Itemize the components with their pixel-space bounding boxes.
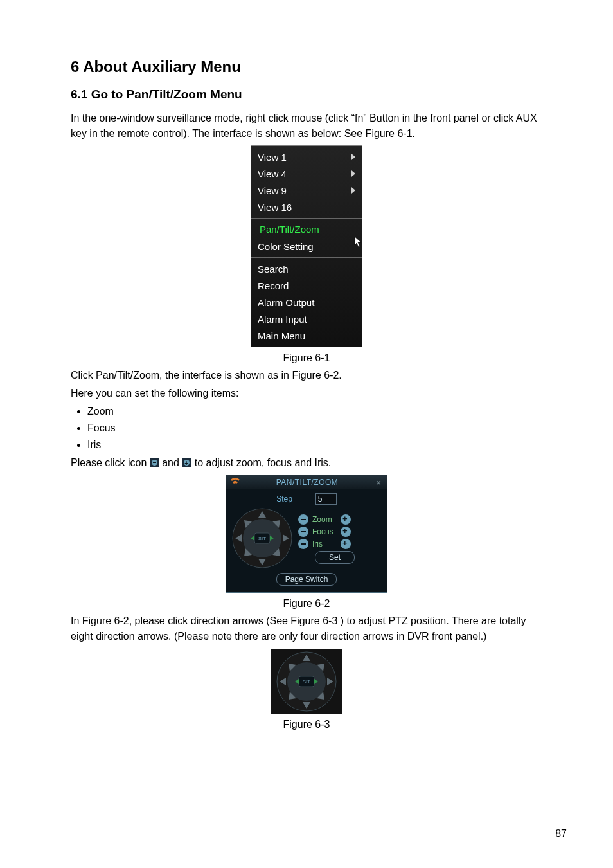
ctx-item-label: View 9: [258, 185, 287, 196]
ptz-step-row: Step 5: [231, 493, 382, 505]
iris-minus-button[interactable]: [298, 539, 308, 549]
ctx-item-view16[interactable]: View 16: [251, 199, 362, 215]
chevron-right-icon: [351, 170, 355, 177]
text-after-fig2: In Figure 6-2, please click direction ar…: [71, 613, 542, 644]
ctx-item-view4[interactable]: View 4: [251, 165, 362, 182]
iris-plus-button[interactable]: [341, 539, 351, 549]
text-part: to adjust zoom, focus and Iris.: [191, 457, 331, 468]
page-number: 87: [555, 828, 567, 840]
zoom-plus-button[interactable]: [341, 514, 351, 525]
ptz-controls: Zoom Focus Iris Set: [298, 512, 382, 564]
ctx-item-label: Alarm Output: [258, 297, 314, 308]
ctx-item-label: Search: [258, 264, 289, 275]
ctx-item-record[interactable]: Record: [251, 277, 362, 294]
focus-minus-button[interactable]: [298, 527, 308, 537]
ctx-item-view9[interactable]: View 9: [251, 182, 362, 199]
list-item: Focus: [87, 420, 542, 436]
ctx-item-label: Pan/Tilt/Zoom: [258, 224, 321, 236]
dpad-figure: SIT: [271, 649, 342, 714]
click-icon-text: Please click icon and to adjust zoom, fo…: [71, 455, 542, 471]
ptz-row-focus: Focus: [298, 527, 382, 537]
subsection-heading: 6.1 Go to Pan/Tilt/Zoom Menu: [71, 87, 542, 102]
page-switch-button[interactable]: Page Switch: [276, 573, 337, 586]
context-menu-group-ptz: Pan/Tilt/Zoom Color Setting: [251, 218, 362, 257]
text-after-fig1a: Click Pan/Tilt/Zoom, the interface is sh…: [71, 368, 542, 383]
svg-text:SIT: SIT: [303, 679, 311, 685]
list-item: Iris: [87, 437, 542, 453]
ptz-titlebar: PAN/TILT/ZOOM ×: [226, 475, 387, 489]
ctx-item-view1[interactable]: View 1: [251, 149, 362, 165]
ctx-item-ptz[interactable]: Pan/Tilt/Zoom: [251, 221, 362, 238]
ptz-step-label: Step: [276, 494, 292, 503]
ptz-step-input[interactable]: 5: [315, 493, 337, 505]
ctx-item-color[interactable]: Color Setting: [251, 238, 362, 255]
ptz-row-label: Zoom: [312, 515, 337, 524]
text-after-fig1b: Here you can set the following items:: [71, 386, 542, 401]
intro-paragraph: In the one-window surveillance mode, rig…: [71, 111, 542, 141]
figure-caption-3: Figure 6-3: [71, 719, 542, 730]
ctx-item-main-menu[interactable]: Main Menu: [251, 327, 362, 344]
plus-icon: [182, 458, 191, 467]
context-menu: View 1 View 4 View 9 View 16 Pan/Tilt/Zo…: [251, 145, 362, 347]
bullet-list: Zoom Focus Iris: [71, 404, 542, 453]
ctx-item-search[interactable]: Search: [251, 260, 362, 277]
ptz-row-label: Iris: [312, 539, 337, 548]
zoom-minus-button[interactable]: [298, 514, 308, 525]
context-menu-group-other: Search Record Alarm Output Alarm Input M…: [251, 257, 362, 347]
ptz-panel: PAN/TILT/ZOOM × Step 5: [226, 475, 387, 593]
ptz-dpad[interactable]: SIT: [231, 507, 293, 569]
svg-text:SIT: SIT: [258, 536, 267, 541]
set-button[interactable]: Set: [315, 551, 355, 564]
minus-icon: [150, 458, 159, 467]
ptz-row-iris: Iris: [298, 539, 382, 549]
chevron-right-icon: [351, 187, 355, 194]
ptz-row-zoom: Zoom: [298, 514, 382, 525]
figure-caption-1: Figure 6-1: [71, 352, 542, 364]
ctx-item-label: View 1: [258, 152, 287, 163]
ptz-row-label: Focus: [312, 527, 337, 536]
ctx-item-label: Main Menu: [258, 330, 305, 341]
text-part: and: [159, 457, 182, 468]
text-part: Please click icon: [71, 457, 150, 468]
list-item: Zoom: [87, 404, 542, 419]
ctx-item-label: Color Setting: [258, 241, 314, 252]
ctx-item-alarm-output[interactable]: Alarm Output: [251, 294, 362, 311]
ctx-item-label: View 4: [258, 168, 287, 179]
ctx-item-label: Record: [258, 280, 289, 291]
ctx-item-alarm-input[interactable]: Alarm Input: [251, 311, 362, 327]
context-menu-group-views: View 1 View 4 View 9 View 16: [251, 146, 362, 218]
close-icon[interactable]: ×: [373, 478, 384, 487]
figure-caption-2: Figure 6-2: [71, 598, 542, 610]
focus-plus-button[interactable]: [341, 527, 351, 537]
chevron-right-icon: [351, 154, 355, 160]
ptz-title: PAN/TILT/ZOOM: [242, 478, 373, 487]
ctx-item-label: View 16: [258, 202, 292, 213]
ptz-logo-icon: [229, 477, 242, 487]
section-heading: 6 About Auxiliary Menu: [71, 58, 542, 76]
ctx-item-label: Alarm Input: [258, 314, 307, 325]
